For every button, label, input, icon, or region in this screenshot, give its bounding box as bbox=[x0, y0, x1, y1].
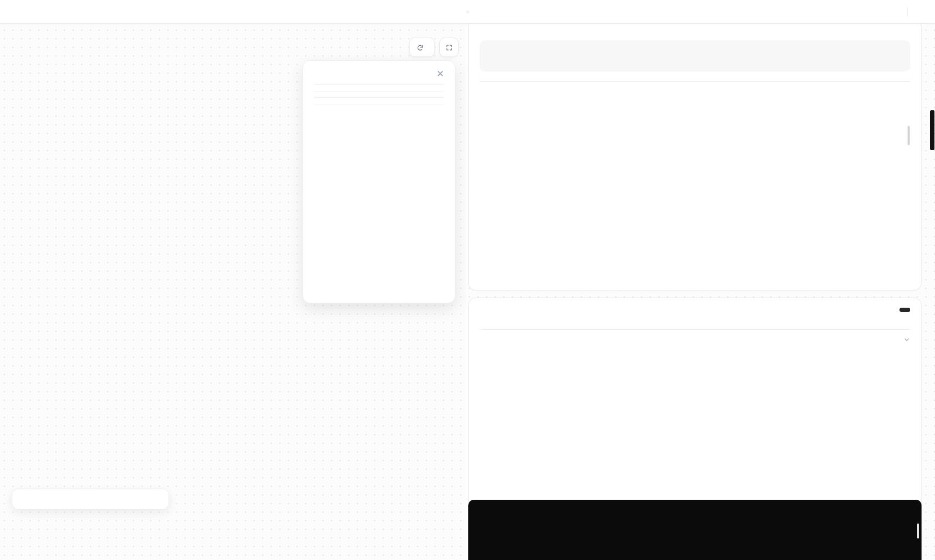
right-panel bbox=[468, 24, 922, 560]
node-details-panel: ✕ bbox=[303, 60, 455, 303]
agent-config-row[interactable] bbox=[480, 336, 910, 343]
close-icon[interactable]: ✕ bbox=[437, 69, 444, 79]
entity-types-legend bbox=[12, 488, 169, 509]
refresh-icon bbox=[417, 44, 424, 51]
system-dashboard-terminal bbox=[468, 500, 922, 560]
chevron-down-icon bbox=[903, 336, 910, 343]
cards-scrollbar-thumb[interactable] bbox=[908, 126, 910, 145]
node-type-badge bbox=[416, 72, 430, 76]
divider bbox=[480, 329, 910, 330]
refresh-button[interactable] bbox=[409, 38, 435, 57]
agent-stats bbox=[480, 40, 910, 72]
agent-cards-viewport[interactable] bbox=[480, 93, 910, 281]
page-scrollbar-thumb[interactable] bbox=[930, 110, 934, 150]
divider bbox=[480, 81, 910, 82]
fullscreen-icon bbox=[446, 44, 453, 51]
section-agent-generation bbox=[468, 19, 922, 290]
top-bar bbox=[0, 0, 935, 24]
terminal-scrollbar-thumb[interactable] bbox=[917, 523, 919, 538]
divider bbox=[907, 8, 908, 16]
graph-header bbox=[0, 24, 466, 58]
graph-panel: ✕ bbox=[0, 24, 466, 560]
app-background: ✕ bbox=[0, 0, 935, 560]
view-tabs bbox=[466, 10, 469, 13]
status-dot bbox=[915, 10, 919, 14]
fullscreen-button[interactable] bbox=[439, 38, 459, 57]
completed-badge bbox=[899, 308, 910, 312]
